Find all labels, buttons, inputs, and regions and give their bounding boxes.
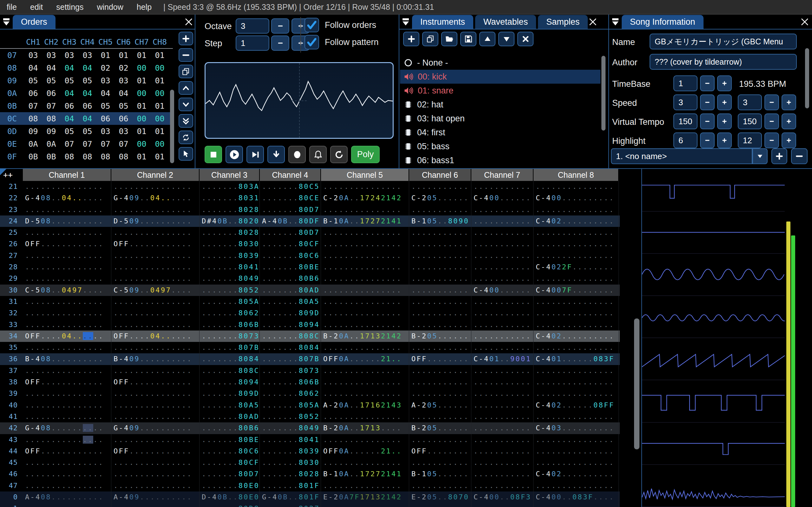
pattern-cell[interactable]: A-205...... — [409, 400, 471, 411]
pattern-cell[interactable]: ............... — [534, 503, 619, 507]
order-cell[interactable]: 00 — [151, 89, 169, 98]
pattern-cell[interactable]: ............... — [534, 388, 619, 399]
order-cell[interactable]: 01 — [133, 101, 151, 111]
pattern-cell[interactable]: .......8039 — [260, 446, 321, 457]
order-cell[interactable]: 05 — [60, 127, 78, 136]
pattern-cell[interactable]: C-205...... — [409, 192, 471, 204]
step-input[interactable]: 1 — [236, 36, 269, 51]
pattern-cell[interactable]: ........... — [409, 457, 471, 468]
pattern-cell[interactable]: C-401..9001 — [471, 353, 534, 365]
order-remove-icon[interactable] — [179, 48, 193, 62]
pattern-cell[interactable]: .......8073 — [200, 331, 260, 342]
pattern-cell[interactable]: ........... — [471, 296, 534, 307]
pattern-cell[interactable]: B-105...... — [409, 468, 471, 480]
order-row-index[interactable]: 07 — [0, 51, 24, 60]
record-button[interactable] — [288, 146, 306, 163]
pattern-cell[interactable]: OFF0A......21.. — [321, 446, 409, 457]
highlight2-input[interactable]: 12 — [738, 132, 762, 148]
pattern-cell[interactable]: G-408.......... — [23, 422, 111, 434]
pattern-cell[interactable]: .......8094 — [260, 319, 321, 331]
pattern-cell[interactable]: C-402.......... — [534, 468, 619, 480]
order-cell[interactable]: 00 — [151, 63, 169, 72]
speed1-input[interactable]: 3 — [673, 95, 698, 110]
order-row-index[interactable]: 09 — [0, 76, 24, 85]
instrument-item[interactable]: 06: bass1 — [400, 153, 600, 167]
speed1-increment-button[interactable] — [717, 95, 732, 110]
pattern-cell[interactable]: C-400...... — [471, 192, 534, 204]
virtual-tempo2-decrement-button[interactable] — [764, 113, 779, 129]
pattern-cell[interactable]: ............... — [23, 411, 111, 422]
pattern-cell[interactable]: ............... — [23, 262, 111, 273]
pattern-cell[interactable]: ............... — [534, 411, 619, 422]
pattern-cell[interactable]: ........... — [471, 434, 534, 446]
pattern-cell[interactable]: .......809D — [200, 388, 260, 399]
pattern-cell[interactable]: .......805A — [200, 296, 260, 307]
timebase-input[interactable]: 1 — [673, 75, 698, 91]
collapse-panel-icon[interactable] — [609, 15, 622, 29]
order-cell[interactable]: 03 — [114, 127, 133, 136]
order-cell[interactable]: 09 — [24, 127, 42, 136]
pattern-cell[interactable]: ............... — [111, 411, 200, 422]
pattern-cell[interactable]: ........... — [471, 307, 534, 319]
pattern-cell[interactable]: C-4007F........ — [534, 285, 619, 296]
pattern-cell[interactable]: ............... — [321, 503, 409, 507]
pattern-cell[interactable]: ............... — [23, 480, 111, 492]
pattern-cell[interactable]: D#40B..8020 — [200, 216, 260, 227]
instrument-save-icon[interactable] — [460, 32, 476, 46]
virtual-tempo1-input[interactable]: 150 — [673, 113, 698, 129]
tab-samples[interactable]: Samples — [538, 15, 588, 29]
pattern-cell[interactable]: ............... — [23, 181, 111, 192]
pattern-cell[interactable]: E-205..8070 — [409, 492, 471, 503]
pattern-cell[interactable]: .......8073 — [260, 365, 321, 377]
menu-item-help[interactable]: help — [130, 3, 158, 12]
pattern-cell[interactable]: D-40B..80E0 — [200, 492, 260, 503]
instrument-move-up-icon[interactable] — [479, 32, 496, 46]
channel-header-1[interactable]: Channel 1 — [23, 169, 111, 181]
order-cell[interactable]: 02 — [96, 63, 114, 72]
order-row-index[interactable]: 0D — [0, 127, 24, 136]
order-cell[interactable]: 03 — [78, 51, 96, 60]
tab-instruments[interactable]: Instruments — [412, 15, 473, 29]
order-cell[interactable]: 07 — [96, 139, 114, 149]
pattern-cell[interactable]: .......8030 — [200, 238, 260, 250]
pattern-cell[interactable]: ............... — [111, 434, 200, 446]
pattern-cell[interactable]: ........... — [471, 331, 534, 342]
pattern-cell[interactable]: .......80CE — [260, 192, 321, 204]
channel-header-7[interactable]: Channel 7 — [471, 169, 534, 181]
pattern-cell[interactable]: B-20A..17132142 — [321, 331, 409, 342]
pattern-cell[interactable]: .......80C5 — [260, 181, 321, 192]
song-author-field[interactable]: ??? (cover by tildearrow) — [650, 54, 797, 70]
pattern-cell[interactable]: .......80C6 — [200, 446, 260, 457]
pattern-cell[interactable]: ............... — [321, 273, 409, 284]
order-cell[interactable]: 03 — [96, 76, 114, 85]
instrument-duplicate-icon[interactable] — [422, 32, 438, 46]
pattern-cell[interactable]: ............... — [321, 377, 409, 388]
instrument-add-icon[interactable] — [403, 32, 419, 46]
pattern-cell[interactable]: ............... — [321, 307, 409, 319]
pattern-cell[interactable]: A-409.......... — [111, 492, 200, 503]
follow-pattern-checkbox[interactable] — [305, 35, 319, 49]
pattern-cell[interactable]: .......80B6 — [200, 422, 260, 434]
pattern-cell[interactable]: E-20A7F17132142 — [321, 492, 409, 503]
order-cell[interactable]: 00 — [133, 139, 151, 149]
pattern-cell[interactable]: ............... — [534, 296, 619, 307]
stop-button[interactable] — [205, 146, 222, 163]
pattern-cell[interactable]: .......8049 — [200, 273, 260, 284]
order-cell[interactable]: 04 — [60, 114, 78, 123]
order-cell[interactable]: 06 — [96, 114, 114, 123]
pattern-cell[interactable]: ............... — [534, 434, 619, 446]
pattern-cell[interactable]: ............... — [23, 457, 111, 468]
pattern-cell[interactable]: ........... — [471, 468, 534, 480]
timebase-increment-button[interactable] — [717, 75, 732, 91]
pattern-cell[interactable]: ............... — [23, 388, 111, 399]
pattern-cell[interactable]: OFF............ — [23, 377, 111, 388]
pattern-cell[interactable]: C-400..083F.... — [534, 492, 619, 503]
order-cell[interactable]: 08 — [96, 152, 114, 161]
octave-decrement-button[interactable] — [271, 18, 289, 34]
pattern-cell[interactable]: .......8028 — [200, 227, 260, 238]
pattern-cell[interactable]: C-4022F........ — [534, 262, 619, 273]
channel-header-5[interactable]: Channel 5 — [321, 169, 409, 181]
pattern-cell[interactable]: ............... — [111, 457, 200, 468]
pattern-cell[interactable]: .......8028 — [200, 204, 260, 216]
step-row-button[interactable] — [267, 146, 285, 163]
